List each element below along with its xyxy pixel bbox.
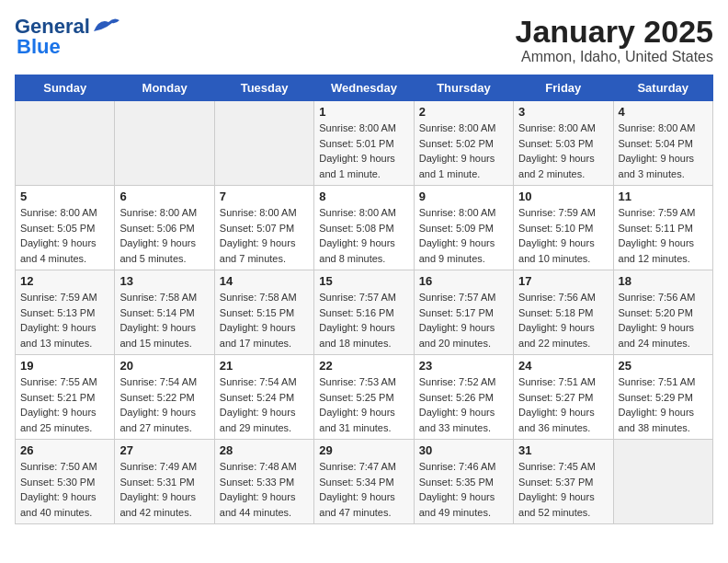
- day-number: 5: [20, 190, 109, 203]
- day-info: Sunrise: 7:56 AM Sunset: 5:20 PM Dayligh…: [619, 290, 708, 350]
- calendar-cell: 25Sunrise: 7:51 AM Sunset: 5:29 PM Dayli…: [613, 355, 712, 440]
- calendar-cell: 31Sunrise: 7:45 AM Sunset: 5:37 PM Dayli…: [514, 440, 613, 524]
- day-number: 6: [119, 190, 209, 203]
- day-info: Sunrise: 8:00 AM Sunset: 5:06 PM Dayligh…: [119, 205, 209, 266]
- calendar-cell: [214, 101, 313, 186]
- day-number: 14: [220, 274, 309, 288]
- day-of-week-thursday: Thursday: [414, 75, 513, 101]
- day-info: Sunrise: 8:00 AM Sunset: 5:09 PM Dayligh…: [419, 205, 508, 266]
- day-of-week-wednesday: Wednesday: [314, 75, 414, 101]
- day-number: 10: [518, 190, 608, 203]
- day-info: Sunrise: 8:00 AM Sunset: 5:07 PM Dayligh…: [220, 205, 309, 266]
- day-info: Sunrise: 7:58 AM Sunset: 5:14 PM Dayligh…: [119, 290, 209, 350]
- day-info: Sunrise: 7:50 AM Sunset: 5:30 PM Dayligh…: [20, 459, 109, 520]
- day-number: 25: [619, 359, 708, 373]
- calendar-cell: 26Sunrise: 7:50 AM Sunset: 5:30 PM Dayli…: [16, 440, 115, 524]
- day-number: 20: [119, 359, 209, 373]
- day-number: 12: [20, 274, 109, 288]
- page-title: January 2025: [516, 15, 714, 49]
- week-row-1: 1Sunrise: 8:00 AM Sunset: 5:01 PM Daylig…: [16, 101, 713, 186]
- day-info: Sunrise: 7:52 AM Sunset: 5:26 PM Dayligh…: [419, 374, 508, 435]
- week-row-4: 19Sunrise: 7:55 AM Sunset: 5:21 PM Dayli…: [16, 355, 713, 440]
- day-of-week-monday: Monday: [115, 75, 214, 101]
- day-info: Sunrise: 7:54 AM Sunset: 5:24 PM Dayligh…: [220, 374, 309, 435]
- day-number: 31: [518, 443, 608, 457]
- day-info: Sunrise: 8:00 AM Sunset: 5:05 PM Dayligh…: [20, 205, 109, 266]
- calendar-cell: 21Sunrise: 7:54 AM Sunset: 5:24 PM Dayli…: [214, 355, 313, 440]
- day-number: 16: [419, 274, 508, 288]
- day-info: Sunrise: 7:49 AM Sunset: 5:31 PM Dayligh…: [119, 459, 209, 520]
- calendar-cell: 14Sunrise: 7:58 AM Sunset: 5:15 PM Dayli…: [214, 270, 313, 355]
- day-number: 7: [220, 190, 309, 203]
- calendar-cell: 11Sunrise: 7:59 AM Sunset: 5:11 PM Dayli…: [613, 186, 712, 270]
- day-number: 18: [619, 274, 708, 288]
- day-info: Sunrise: 7:58 AM Sunset: 5:15 PM Dayligh…: [220, 290, 309, 350]
- day-number: 13: [119, 274, 209, 288]
- calendar-cell: 15Sunrise: 7:57 AM Sunset: 5:16 PM Dayli…: [314, 270, 414, 355]
- day-number: 15: [319, 274, 408, 288]
- day-info: Sunrise: 7:59 AM Sunset: 5:11 PM Dayligh…: [619, 205, 708, 266]
- day-info: Sunrise: 8:00 AM Sunset: 5:02 PM Dayligh…: [419, 121, 508, 181]
- calendar-cell: 9Sunrise: 8:00 AM Sunset: 5:09 PM Daylig…: [414, 186, 513, 270]
- logo: General Blue: [15, 15, 121, 59]
- calendar-cell: 7Sunrise: 8:00 AM Sunset: 5:07 PM Daylig…: [214, 186, 313, 270]
- calendar-cell: 6Sunrise: 8:00 AM Sunset: 5:06 PM Daylig…: [115, 186, 214, 270]
- day-of-week-tuesday: Tuesday: [214, 75, 313, 101]
- calendar-cell: 4Sunrise: 8:00 AM Sunset: 5:04 PM Daylig…: [613, 101, 712, 186]
- day-number: 1: [319, 105, 408, 119]
- calendar-cell: 16Sunrise: 7:57 AM Sunset: 5:17 PM Dayli…: [414, 270, 513, 355]
- day-number: 26: [20, 443, 109, 457]
- week-row-3: 12Sunrise: 7:59 AM Sunset: 5:13 PM Dayli…: [16, 270, 713, 355]
- calendar-cell: [613, 440, 712, 524]
- day-number: 8: [319, 190, 408, 203]
- day-number: 28: [220, 443, 309, 457]
- logo-bird-icon: [92, 15, 121, 35]
- calendar-cell: 29Sunrise: 7:47 AM Sunset: 5:34 PM Dayli…: [314, 440, 414, 524]
- day-number: 21: [220, 359, 309, 373]
- day-number: 27: [119, 443, 209, 457]
- day-info: Sunrise: 8:00 AM Sunset: 5:08 PM Dayligh…: [319, 205, 408, 266]
- calendar-header: SundayMondayTuesdayWednesdayThursdayFrid…: [16, 75, 713, 101]
- calendar-cell: 22Sunrise: 7:53 AM Sunset: 5:25 PM Dayli…: [314, 355, 414, 440]
- logo-blue: Blue: [17, 35, 61, 59]
- calendar-cell: 24Sunrise: 7:51 AM Sunset: 5:27 PM Dayli…: [514, 355, 613, 440]
- calendar-cell: 12Sunrise: 7:59 AM Sunset: 5:13 PM Dayli…: [16, 270, 115, 355]
- day-info: Sunrise: 7:51 AM Sunset: 5:27 PM Dayligh…: [518, 374, 608, 435]
- calendar-cell: [115, 101, 214, 186]
- day-number: 3: [518, 105, 608, 119]
- page-subtitle: Ammon, Idaho, United States: [516, 49, 714, 65]
- day-info: Sunrise: 7:59 AM Sunset: 5:10 PM Dayligh…: [518, 205, 608, 266]
- day-number: 2: [419, 105, 508, 119]
- calendar-cell: 30Sunrise: 7:46 AM Sunset: 5:35 PM Dayli…: [414, 440, 513, 524]
- calendar-cell: 27Sunrise: 7:49 AM Sunset: 5:31 PM Dayli…: [115, 440, 214, 524]
- day-of-week-sunday: Sunday: [16, 75, 115, 101]
- day-number: 23: [419, 359, 508, 373]
- calendar-cell: 17Sunrise: 7:56 AM Sunset: 5:18 PM Dayli…: [514, 270, 613, 355]
- calendar-cell: 10Sunrise: 7:59 AM Sunset: 5:10 PM Dayli…: [514, 186, 613, 270]
- calendar-cell: [16, 101, 115, 186]
- day-info: Sunrise: 7:57 AM Sunset: 5:16 PM Dayligh…: [319, 290, 408, 350]
- calendar-cell: 5Sunrise: 8:00 AM Sunset: 5:05 PM Daylig…: [16, 186, 115, 270]
- day-number: 19: [20, 359, 109, 373]
- day-info: Sunrise: 7:47 AM Sunset: 5:34 PM Dayligh…: [319, 459, 408, 520]
- day-info: Sunrise: 7:55 AM Sunset: 5:21 PM Dayligh…: [20, 374, 109, 435]
- header: General Blue January 2025 Ammon, Idaho, …: [15, 15, 713, 65]
- calendar-cell: 3Sunrise: 8:00 AM Sunset: 5:03 PM Daylig…: [514, 101, 613, 186]
- days-of-week-row: SundayMondayTuesdayWednesdayThursdayFrid…: [16, 75, 713, 101]
- day-info: Sunrise: 7:57 AM Sunset: 5:17 PM Dayligh…: [419, 290, 508, 350]
- day-info: Sunrise: 7:53 AM Sunset: 5:25 PM Dayligh…: [319, 374, 408, 435]
- week-row-5: 26Sunrise: 7:50 AM Sunset: 5:30 PM Dayli…: [16, 440, 713, 524]
- calendar-body: 1Sunrise: 8:00 AM Sunset: 5:01 PM Daylig…: [16, 101, 713, 524]
- calendar-cell: 1Sunrise: 8:00 AM Sunset: 5:01 PM Daylig…: [314, 101, 414, 186]
- day-number: 24: [518, 359, 608, 373]
- day-info: Sunrise: 7:46 AM Sunset: 5:35 PM Dayligh…: [419, 459, 508, 520]
- week-row-2: 5Sunrise: 8:00 AM Sunset: 5:05 PM Daylig…: [16, 186, 713, 270]
- title-area: January 2025 Ammon, Idaho, United States: [516, 15, 714, 65]
- day-number: 11: [619, 190, 708, 203]
- day-info: Sunrise: 8:00 AM Sunset: 5:03 PM Dayligh…: [518, 121, 608, 181]
- calendar-cell: 28Sunrise: 7:48 AM Sunset: 5:33 PM Dayli…: [214, 440, 313, 524]
- day-info: Sunrise: 7:56 AM Sunset: 5:18 PM Dayligh…: [518, 290, 608, 350]
- day-number: 4: [619, 105, 708, 119]
- day-info: Sunrise: 7:48 AM Sunset: 5:33 PM Dayligh…: [220, 459, 309, 520]
- day-number: 9: [419, 190, 508, 203]
